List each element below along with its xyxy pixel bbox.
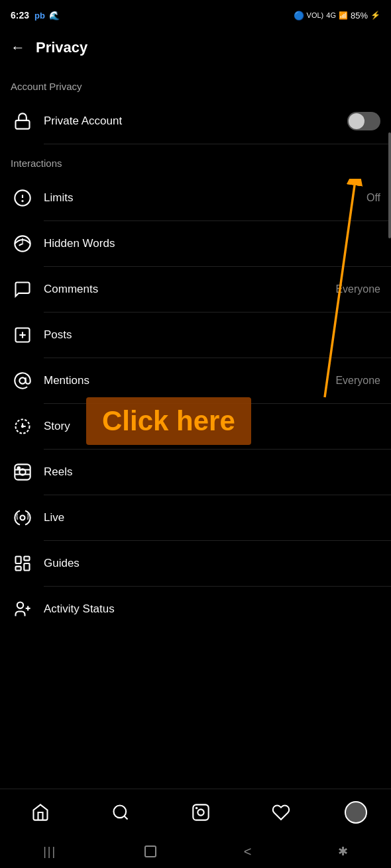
limits-label: Limits xyxy=(44,191,366,205)
private-account-item[interactable]: Private Account xyxy=(0,99,391,144)
limits-icon xyxy=(11,186,34,210)
story-label: Story xyxy=(44,420,380,433)
status-bar: 6:23 pb 🌊 🔵 VOL) 4G 📶 85% ⚡ xyxy=(0,0,391,28)
live-label: Live xyxy=(44,511,380,524)
nav-home[interactable] xyxy=(24,796,57,829)
svg-rect-22 xyxy=(16,567,21,571)
svg-rect-30 xyxy=(193,804,208,820)
posts-item[interactable]: Posts xyxy=(0,313,391,358)
comments-value: Everyone xyxy=(335,283,380,295)
svg-point-23 xyxy=(17,603,23,608)
back-button[interactable]: ← xyxy=(11,39,25,56)
svg-rect-13 xyxy=(15,464,30,479)
comments-label: Comments xyxy=(44,283,335,296)
hidden-words-label: Hidden Words xyxy=(44,237,380,250)
nav-profile[interactable] xyxy=(345,801,367,824)
svg-point-8 xyxy=(19,377,25,383)
svg-rect-0 xyxy=(16,121,30,129)
interactions-section-label: Interactions xyxy=(0,144,391,175)
mentions-item[interactable]: Mentions Everyone xyxy=(0,358,391,403)
toggle-knob xyxy=(349,113,364,129)
posts-icon xyxy=(11,323,34,347)
activity-status-label: Activity Status xyxy=(44,603,380,616)
hidden-words-item[interactable]: Hidden Words xyxy=(0,221,391,266)
private-account-label: Private Account xyxy=(44,115,347,128)
guides-icon xyxy=(11,552,34,575)
status-right: 🔵 VOL) 4G 📶 85% ⚡ xyxy=(294,11,380,21)
limits-value: Off xyxy=(366,192,380,204)
svg-point-28 xyxy=(113,805,126,818)
guides-item[interactable]: Guides xyxy=(0,541,391,586)
private-account-toggle[interactable] xyxy=(347,112,380,130)
nav-reels[interactable] xyxy=(184,796,217,829)
story-item[interactable]: Story xyxy=(0,404,391,449)
activity-status-item[interactable]: Activity Status xyxy=(0,587,391,632)
nav-search[interactable] xyxy=(104,796,137,829)
hidden-words-icon xyxy=(11,232,34,256)
android-nav: ||| < ✱ xyxy=(0,835,391,868)
comments-item[interactable]: Comments Everyone xyxy=(0,267,391,312)
svg-point-31 xyxy=(197,809,203,815)
svg-rect-33 xyxy=(145,846,156,857)
reels-icon xyxy=(11,460,34,484)
guides-label: Guides xyxy=(44,557,380,570)
svg-rect-20 xyxy=(24,557,29,561)
account-privacy-section-label: Account Privacy xyxy=(0,68,391,99)
svg-rect-19 xyxy=(16,557,21,564)
android-nav-recents[interactable]: ||| xyxy=(43,845,56,859)
android-nav-assist[interactable]: ✱ xyxy=(338,844,348,859)
reels-label: Reels xyxy=(44,465,380,479)
mentions-label: Mentions xyxy=(44,374,335,387)
svg-line-29 xyxy=(124,816,127,819)
status-time: 6:23 pb 🌊 xyxy=(11,10,60,21)
activity-status-icon xyxy=(11,597,34,621)
mentions-value: Everyone xyxy=(335,375,380,387)
header: ← Privacy xyxy=(0,28,391,68)
page-title: Privacy xyxy=(36,39,87,56)
svg-point-3 xyxy=(22,201,23,201)
lock-icon xyxy=(11,109,34,133)
posts-label: Posts xyxy=(44,328,380,342)
live-icon xyxy=(11,506,34,530)
android-nav-home[interactable] xyxy=(143,844,158,859)
mentions-icon xyxy=(11,369,34,393)
svg-point-32 xyxy=(196,806,198,809)
svg-point-18 xyxy=(21,516,25,520)
nav-notifications[interactable] xyxy=(264,796,298,829)
bottom-nav xyxy=(0,789,391,835)
svg-rect-21 xyxy=(24,563,29,571)
svg-point-12 xyxy=(22,426,23,427)
comments-icon xyxy=(11,277,34,301)
limits-item[interactable]: Limits Off xyxy=(0,175,391,220)
android-nav-back[interactable]: < xyxy=(244,844,252,859)
reels-item[interactable]: Reels xyxy=(0,450,391,495)
live-item[interactable]: Live xyxy=(0,495,391,540)
story-icon xyxy=(11,414,34,438)
svg-point-15 xyxy=(17,467,20,469)
